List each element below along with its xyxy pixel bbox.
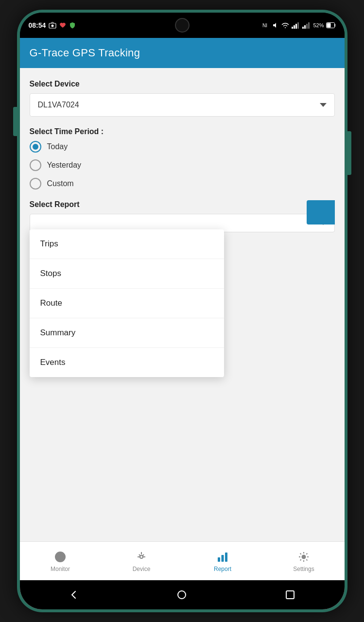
svg-rect-6 [297,22,299,29]
time-period-label: Select Time Period : [30,127,335,136]
dropdown-item-route[interactable]: Route [30,289,224,318]
svg-point-1 [52,25,54,27]
nav-device[interactable]: Device [101,550,182,572]
nav-settings[interactable]: Settings [263,550,345,572]
data-signal-icon [302,22,311,29]
home-button[interactable] [174,587,189,602]
svg-rect-8 [304,25,306,29]
svg-rect-10 [308,22,310,29]
report-dropdown-menu: Trips Stops Route Summary Events [30,229,224,377]
app-bar: G-Trace GPS Tracking [20,38,345,68]
device-dropdown[interactable]: DL1VA7024 [30,93,335,117]
phone-screen: 08:54 NI 52% G-Trace GPS Tracking [20,13,345,609]
nav-monitor[interactable]: Monitor [20,550,101,572]
status-bar-right: NI 52% [262,22,335,29]
nfc-icon: NI [262,22,270,29]
shield-icon [69,22,76,29]
select-report-label: Select Report [30,200,335,209]
app-title: G-Trace GPS Tracking [30,47,140,59]
svg-rect-21 [286,591,294,599]
status-bar-left: 08:54 [29,21,76,29]
radio-custom-outer [30,178,41,190]
status-time: 08:54 [29,21,46,29]
wifi-icon [281,22,290,29]
svg-point-20 [178,591,186,599]
radio-today[interactable]: Today [30,141,335,153]
monitor-icon [53,550,67,564]
svg-point-19 [302,555,306,558]
radio-custom[interactable]: Custom [30,178,335,190]
nav-report-label: Report [214,566,231,572]
svg-rect-7 [302,27,304,29]
radio-today-label: Today [47,142,68,151]
dropdown-item-trips[interactable]: Trips [30,229,224,259]
svg-rect-9 [306,24,308,29]
select-device-label: Select Device [30,80,335,88]
svg-rect-16 [218,557,220,562]
android-nav-bar [20,580,345,609]
radio-yesterday[interactable]: Yesterday [30,159,335,171]
svg-rect-17 [222,555,224,562]
device-dropdown-arrow-icon [320,103,327,107]
radio-yesterday-label: Yesterday [47,161,82,170]
select-report-section: Select Report Trips Stops Route Summary … [30,200,335,232]
status-bar: 08:54 NI 52% [20,13,345,38]
recents-button[interactable] [283,587,297,602]
device-icon [135,550,148,564]
main-content: Select Device DL1VA7024 Select Time Peri… [20,68,345,541]
radio-yesterday-outer [30,159,41,171]
radio-custom-label: Custom [47,179,74,188]
nav-monitor-label: Monitor [51,566,70,572]
svg-rect-3 [292,27,293,29]
dropdown-item-summary[interactable]: Summary [30,318,224,348]
svg-rect-18 [225,553,227,562]
battery-icon [326,22,336,28]
volume-icon [272,22,279,29]
radio-today-inner [33,144,38,150]
time-period-section: Select Time Period : Today Yesterday [30,127,335,190]
signal-icon [292,22,300,29]
phone-frame: 08:54 NI 52% G-Trace GPS Tracking [17,10,347,612]
dropdown-item-stops[interactable]: Stops [30,259,224,289]
dropdown-item-events[interactable]: Events [30,348,224,377]
svg-rect-5 [295,24,297,29]
svg-rect-4 [294,25,295,29]
radio-today-outer [30,141,41,153]
photo-icon [49,22,56,29]
camera-notch [175,18,190,33]
heart-icon [59,22,66,29]
svg-text:NI: NI [262,23,267,28]
svg-point-15 [140,555,143,558]
report-icon [216,550,229,564]
svg-rect-12 [327,23,330,28]
back-button[interactable] [67,587,81,602]
settings-icon [297,550,311,564]
svg-point-14 [60,556,61,557]
submit-button-partial[interactable] [307,200,335,225]
nav-report[interactable]: Report [182,550,263,572]
bottom-nav: Monitor Device [20,541,345,580]
time-period-radio-group: Today Yesterday Custom [30,141,335,190]
nav-device-label: Device [133,566,151,572]
device-dropdown-value: DL1VA7024 [38,101,79,109]
battery-text: 52% [313,22,324,28]
app-screen: G-Trace GPS Tracking Select Device DL1VA… [20,38,345,609]
nav-settings-label: Settings [293,566,314,572]
